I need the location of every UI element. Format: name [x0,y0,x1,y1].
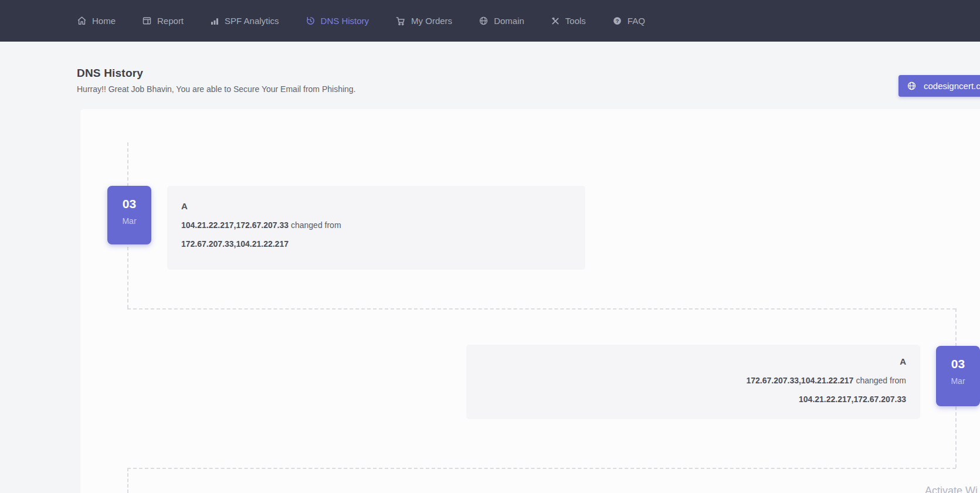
top-navbar: Home Report SPF Analytics DNS History My… [0,0,980,42]
event-change-line: 104.21.22.217,172.67.207.33changed from [181,220,571,230]
nav-item-dns-history[interactable]: DNS History [306,16,369,26]
page-title: DNS History [77,67,143,80]
record-type: A [181,201,571,211]
nav-item-label: SPF Analytics [225,16,279,26]
timeline-connector [127,308,956,310]
nav-item-label: DNS History [321,16,369,26]
page-subtitle: Hurray!! Great Job Bhavin, You are able … [77,84,356,94]
domain-button-label: codesigncert.co [924,81,980,91]
date-badge: 03 Mar [936,346,980,406]
analytics-icon [210,16,219,26]
event-change-line: 172.67.207.33,104.21.22.217changed from [480,376,906,385]
dns-history-panel [80,109,980,493]
record-type: A [480,356,906,366]
history-icon [306,16,316,26]
home-icon [77,16,87,26]
nav-item-domain[interactable]: Domain [479,16,524,26]
nav-item-label: Report [157,16,184,26]
timeline-connector [127,468,128,493]
nav-item-report[interactable]: Report [142,16,184,26]
badge-month: Mar [936,376,980,386]
tools-icon [551,16,560,26]
change-text: changed from [856,376,906,385]
old-value: 172.67.207.33,104.21.22.217 [181,239,289,249]
badge-month: Mar [107,216,151,226]
event-old-line: 104.21.22.217,172.67.207.33 [480,395,906,404]
change-text: changed from [291,220,341,230]
nav-item-label: Home [92,16,116,26]
activate-windows-watermark: Activate Wi [925,485,978,493]
globe-icon [907,81,917,91]
dns-event-card: A 104.21.22.217,172.67.207.33changed fro… [167,186,585,270]
nav-item-tools[interactable]: Tools [551,16,586,26]
badge-day: 03 [107,197,151,211]
timeline-connector [127,468,956,469]
question-icon: ? [612,16,622,26]
date-badge: 03 Mar [107,186,151,244]
nav-item-faq[interactable]: ? FAQ [612,16,645,26]
nav-item-label: Domain [494,16,524,26]
dns-event-card: A 172.67.207.33,104.21.22.217changed fro… [466,345,920,419]
cart-icon [395,16,406,26]
domain-selector-button[interactable]: codesigncert.co [898,75,980,97]
nav-item-label: FAQ [628,16,645,26]
nav-item-label: Tools [565,16,586,26]
event-old-line: 172.67.207.33,104.21.22.217 [181,239,571,249]
svg-text:?: ? [616,18,619,24]
nav-item-my-orders[interactable]: My Orders [395,16,452,26]
globe-icon [479,16,489,26]
badge-day: 03 [936,357,980,371]
nav-item-spf-analytics[interactable]: SPF Analytics [210,16,279,26]
nav-item-home[interactable]: Home [77,16,116,26]
new-value: 104.21.22.217,172.67.207.33 [181,220,289,230]
nav-item-label: My Orders [411,16,452,26]
old-value: 104.21.22.217,172.67.207.33 [799,395,906,404]
new-value: 172.67.207.33,104.21.22.217 [746,376,853,385]
report-icon [142,16,152,26]
